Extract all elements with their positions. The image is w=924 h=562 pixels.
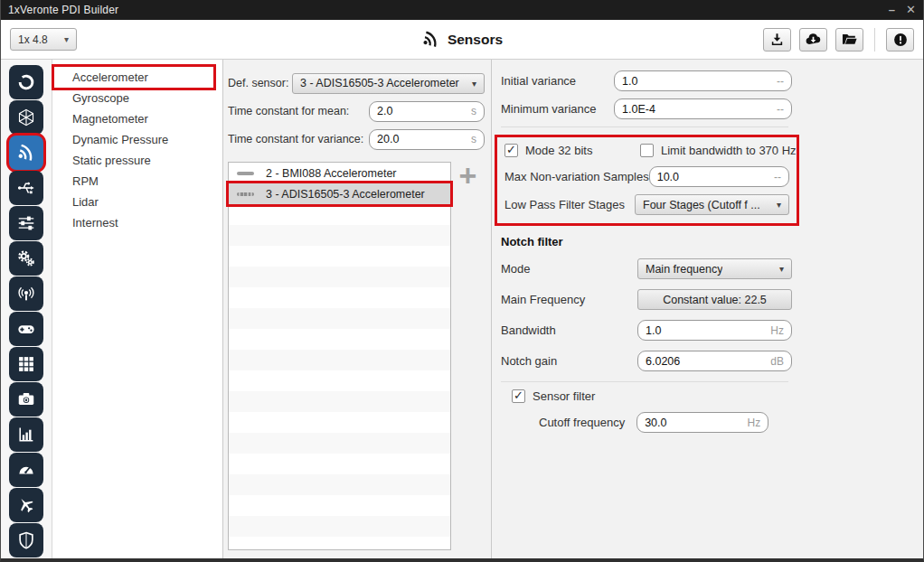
max-samples-unit: -- (774, 171, 781, 183)
page-title-text: Sensors (448, 32, 503, 48)
notch-mode-value: Main frequency (646, 263, 722, 276)
list-item-adis16505[interactable]: 3 - ADIS16505-3 Accelerometer (229, 183, 450, 204)
save-download-button[interactable] (763, 28, 791, 52)
minimum-variance-value: 1.0E-4 (622, 103, 771, 116)
def-sensor-dropdown[interactable]: 3 - ADIS16505-3 Accelerometer ▾ (292, 73, 485, 94)
app-window: 1xVeronte PDI Builder – ✕ 1x 4.8 ▾ Senso… (0, 0, 924, 562)
drag-handle-icon[interactable] (237, 172, 254, 175)
add-sensor-button[interactable]: + (459, 164, 477, 187)
list-item-label: 2 - BMI088 Accelerometer (266, 167, 397, 180)
time-variance-input[interactable]: 20.0 s (369, 129, 485, 150)
sidebar-item-mesh-hexagon[interactable] (9, 100, 43, 135)
sensor-filter-label: Sensor filter (533, 389, 595, 403)
main-frequency-button[interactable]: Constant value: 22.5 (637, 289, 792, 310)
chevron-down-icon: ▾ (64, 34, 69, 44)
minimize-icon[interactable]: – (889, 1, 895, 19)
sidebar-item-gauge[interactable] (9, 453, 43, 487)
sidebar-item-chart[interactable] (9, 417, 43, 452)
initial-variance-value: 1.0 (622, 75, 771, 88)
notch-mode-label: Mode (501, 262, 531, 276)
version-selector-dropdown[interactable]: 1x 4.8 ▾ (10, 28, 77, 51)
cutoff-frequency-input[interactable]: 30.0 Hz (636, 412, 768, 433)
notch-gain-input[interactable]: 6.0206 dB (637, 351, 792, 371)
list-item-bmi088[interactable]: 2 - BMI088 Accelerometer (229, 163, 450, 183)
sensor-menu: Accelerometer Gyroscope Magnetometer Dyn… (52, 60, 223, 558)
initial-variance-label: Initial variance (501, 74, 576, 88)
menu-item-lidar[interactable]: Lidar (52, 192, 222, 212)
sidebar-item-automations[interactable] (9, 241, 43, 276)
low-pass-value: Four Stages (Cutoff f ... (643, 199, 760, 211)
icon-sidebar (1, 60, 52, 558)
time-variance-label: Time constant for variance: (228, 133, 363, 145)
broadcast-antenna-icon (16, 284, 36, 304)
cutoff-frequency-unit: Hz (747, 417, 760, 429)
limit-bandwidth-label: Limit bandwidth to 370 Hz (661, 144, 797, 157)
gamepad-icon (16, 319, 36, 339)
signal-sensors-icon (16, 143, 36, 163)
open-folder-button[interactable] (835, 28, 863, 52)
minimum-variance-input[interactable]: 1.0E-4 -- (614, 98, 792, 119)
initial-variance-unit: -- (777, 75, 784, 88)
accelerometer-panel: Def. sensor: 3 - ADIS16505-3 Acceleromet… (223, 60, 492, 558)
camera-icon (16, 389, 36, 409)
menu-item-accelerometer[interactable]: Accelerometer (54, 67, 213, 88)
cloud-download-icon (805, 31, 822, 48)
menu-item-internest[interactable]: Internest (52, 212, 222, 233)
grid-icon (16, 354, 36, 374)
accelerometer-list: 2 - BMI088 Accelerometer 3 - ADIS16505-3… (228, 162, 451, 550)
title-bar: 1xVeronte PDI Builder – ✕ (1, 0, 923, 20)
notch-mode-dropdown[interactable]: Main frequency ▾ (637, 258, 792, 279)
close-icon[interactable]: ✕ (906, 1, 916, 19)
download-icon (769, 32, 785, 47)
low-pass-dropdown[interactable]: Four Stages (Cutoff f ... ▾ (635, 194, 789, 215)
power-ring-icon (16, 72, 36, 92)
sidebar-item-grid[interactable] (9, 347, 43, 381)
mode-32-bits-checkbox[interactable] (504, 144, 518, 157)
time-mean-unit: s (471, 105, 476, 117)
sensor-filter-checkbox[interactable] (512, 389, 525, 403)
cloud-download-button[interactable] (799, 28, 827, 52)
time-variance-unit: s (471, 133, 476, 145)
window-title: 1xVeronte PDI Builder (8, 4, 118, 16)
feedback-info-button[interactable] (886, 28, 914, 52)
minimum-variance-unit: -- (777, 103, 784, 116)
cutoff-frequency-label: Cutoff frequency (539, 416, 625, 429)
limit-bandwidth-checkbox[interactable] (640, 144, 654, 157)
toolbar: 1x 4.8 ▾ Sensors (1, 20, 923, 60)
chevron-down-icon: ▾ (774, 264, 784, 274)
max-samples-label: Max Non-variation Samples (504, 170, 649, 183)
version-selector-value: 1x 4.8 (18, 33, 48, 46)
minimum-variance-label: Minimum variance (501, 102, 596, 116)
sidebar-item-control-sliders[interactable] (9, 206, 43, 240)
time-mean-label: Time constant for mean: (228, 105, 349, 117)
chevron-down-icon: ▾ (771, 200, 781, 210)
menu-item-static-pressure[interactable]: Static pressure (52, 150, 222, 171)
drag-handle-icon[interactable] (237, 192, 254, 196)
max-samples-input[interactable]: 10.0 -- (649, 166, 789, 187)
main-frequency-label: Main Frequency (501, 293, 585, 306)
initial-variance-input[interactable]: 1.0 -- (614, 70, 792, 91)
chevron-down-icon: ▾ (467, 79, 476, 89)
notch-gain-unit: dB (770, 355, 784, 368)
sidebar-item-broadcast[interactable] (9, 276, 43, 311)
notch-gain-value: 6.0206 (646, 355, 765, 368)
sidebar-item-flight[interactable] (9, 488, 43, 522)
config-panel: Initial variance 1.0 -- Minimum variance… (492, 60, 923, 558)
menu-item-magnetometer[interactable]: Magnetometer (52, 108, 222, 129)
cutoff-frequency-value: 30.0 (645, 417, 741, 429)
sidebar-item-sensors[interactable] (9, 136, 43, 170)
sidebar-item-safety[interactable] (9, 523, 43, 557)
time-mean-input[interactable]: 2.0 s (369, 101, 485, 122)
bandwidth-label: Bandwidth (501, 323, 556, 337)
toolbar-divider (874, 28, 875, 52)
sidebar-item-usb[interactable] (9, 171, 43, 205)
menu-item-gyroscope[interactable]: Gyroscope (52, 88, 222, 108)
sidebar-item-power-ring[interactable] (9, 65, 43, 99)
menu-item-dynamic-pressure[interactable]: Dynamic Pressure (52, 129, 222, 150)
separator (501, 381, 788, 382)
menu-item-rpm[interactable]: RPM (52, 171, 222, 192)
bandwidth-input[interactable]: 1.0 Hz (637, 320, 792, 341)
def-sensor-value: 3 - ADIS16505-3 Accelerometer (300, 77, 459, 89)
sidebar-item-gamepad[interactable] (9, 312, 43, 346)
sidebar-item-camera[interactable] (9, 382, 43, 417)
